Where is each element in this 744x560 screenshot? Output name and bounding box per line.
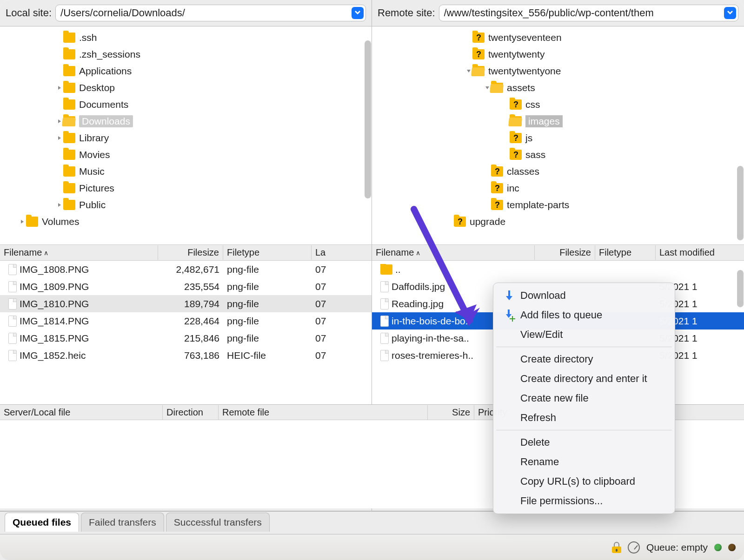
- menu-item-rename[interactable]: Rename: [493, 452, 675, 472]
- file-row[interactable]: IMG_1808.PNG2,482,671png-file07: [0, 261, 372, 278]
- tab-queued-files[interactable]: Queued files: [5, 513, 79, 532]
- menu-item-label: Create directory and enter it: [520, 373, 647, 385]
- local-path-input[interactable]: /Users/cornelia/Downloads/: [55, 5, 366, 21]
- file-row[interactable]: IMG_1815.PNG215,846png-file07: [0, 329, 372, 347]
- menu-item-copy-url-s-to-clipboard[interactable]: Copy URL(s) to clipboard: [493, 472, 675, 491]
- file-modified: 07: [312, 281, 349, 292]
- tree-item-label: Applications: [79, 66, 132, 77]
- tree-item[interactable]: Pictures: [0, 180, 372, 197]
- remote-path-input[interactable]: /www/testingsitex_556/public/wp-content/…: [439, 5, 739, 21]
- folder-unknown-icon: [491, 200, 503, 210]
- tab-failed-transfers[interactable]: Failed transfers: [81, 513, 164, 532]
- chevron-right-icon[interactable]: [56, 134, 63, 142]
- folder-icon: [380, 264, 392, 275]
- tree-item[interactable]: twentytwentyone: [372, 63, 744, 79]
- file-row[interactable]: IMG_1810.PNG189,794png-file07: [0, 295, 372, 312]
- menu-item-view-edit[interactable]: View/Edit: [493, 325, 675, 344]
- file-row[interactable]: ..: [372, 261, 744, 278]
- menu-item-refresh[interactable]: Refresh: [493, 408, 675, 428]
- tree-item[interactable]: Desktop: [0, 79, 372, 96]
- local-tree[interactable]: .ssh.zsh_sessionsApplicationsDesktopDocu…: [0, 26, 372, 245]
- file-type: png-file: [223, 264, 312, 275]
- remote-path-bar: Remote site: /www/testingsitex_556/publi…: [372, 0, 744, 26]
- remote-file-scrollbar[interactable]: [737, 270, 744, 307]
- queue-column-header[interactable]: Direction: [163, 405, 219, 420]
- queue-column-header[interactable]: Server/Local file: [0, 405, 163, 420]
- tab-successful-transfers[interactable]: Successful transfers: [166, 513, 270, 532]
- chevron-right-icon[interactable]: [19, 218, 26, 225]
- tree-item[interactable]: js: [372, 130, 744, 146]
- remote-path-value[interactable]: /www/testingsitex_556/public/wp-content/…: [444, 7, 724, 19]
- file-icon: [380, 350, 389, 361]
- file-modified: 07: [312, 298, 349, 310]
- chevron-right-icon[interactable]: [56, 84, 63, 92]
- tree-item[interactable]: Downloads: [0, 113, 372, 130]
- tree-item[interactable]: Volumes: [0, 213, 372, 230]
- tree-item[interactable]: Documents: [0, 96, 372, 113]
- tree-item[interactable]: .ssh: [0, 29, 372, 46]
- folder-icon: [63, 133, 75, 143]
- folder-unknown-icon: [510, 150, 522, 160]
- disclosure-placeholder: [484, 184, 491, 192]
- tree-item-label: js: [525, 132, 532, 144]
- menu-item-create-directory[interactable]: Create directory: [493, 349, 675, 369]
- tree-item[interactable]: images: [372, 113, 744, 130]
- tree-item[interactable]: assets: [372, 79, 744, 96]
- menu-item-create-directory-and-enter-it[interactable]: Create directory and enter it: [493, 369, 675, 389]
- queue-column-header[interactable]: Remote file: [219, 405, 428, 420]
- tree-item[interactable]: Library: [0, 130, 372, 146]
- local-path-value[interactable]: /Users/cornelia/Downloads/: [60, 7, 352, 19]
- column-header[interactable]: Filename ∧: [0, 245, 158, 260]
- remote-tree-scrollbar[interactable]: [737, 166, 744, 240]
- tree-item[interactable]: classes: [372, 163, 744, 180]
- disclosure-placeholder: [484, 168, 491, 175]
- disclosure-placeholder: [56, 184, 63, 192]
- tree-item[interactable]: twentytwenty: [372, 46, 744, 63]
- local-file-header[interactable]: Filename ∧FilesizeFiletypeLa: [0, 245, 372, 261]
- menu-item-file-permissions[interactable]: File permissions...: [493, 491, 675, 511]
- file-row[interactable]: IMG_1852.heic763,186HEIC-file07: [0, 347, 372, 364]
- column-header[interactable]: Filetype: [223, 245, 312, 260]
- tree-item[interactable]: Movies: [0, 146, 372, 163]
- column-header[interactable]: Filesize: [158, 245, 223, 260]
- remote-tree[interactable]: twentyseventeentwentytwentytwentytwentyo…: [372, 26, 744, 245]
- menu-item-create-new-file[interactable]: Create new file: [493, 389, 675, 408]
- chevron-right-icon[interactable]: [56, 201, 63, 209]
- add-to-queue-icon: [504, 310, 515, 321]
- tree-item[interactable]: .zsh_sessions: [0, 46, 372, 63]
- menu-separator: [496, 430, 672, 430]
- local-tree-scrollbar[interactable]: [365, 40, 371, 198]
- column-header[interactable]: Filetype: [595, 245, 656, 260]
- menu-item-add-files-to-queue[interactable]: Add files to queue: [493, 305, 675, 325]
- disclosure-placeholder: [56, 51, 63, 58]
- remote-path-dropdown[interactable]: [724, 7, 736, 19]
- tree-item[interactable]: Music: [0, 163, 372, 180]
- tree-item[interactable]: sass: [372, 146, 744, 163]
- file-icon: [8, 264, 17, 275]
- tree-item[interactable]: twentyseventeen: [372, 29, 744, 46]
- tree-item[interactable]: Applications: [0, 63, 372, 79]
- context-menu[interactable]: DownloadAdd files to queueView/EditCreat…: [493, 283, 675, 514]
- file-name: in-the-bois-de-bo..: [392, 316, 471, 327]
- column-header[interactable]: Filesize: [535, 245, 595, 260]
- queue-column-header[interactable]: Size: [428, 405, 474, 420]
- menu-item-delete[interactable]: Delete: [493, 433, 675, 452]
- tree-item[interactable]: template-parts: [372, 197, 744, 213]
- column-header[interactable]: La: [312, 245, 349, 260]
- tree-item[interactable]: upgrade: [372, 213, 744, 230]
- column-header[interactable]: Filename ∧: [372, 245, 535, 260]
- folder-icon: [63, 99, 75, 110]
- tree-item[interactable]: Public: [0, 197, 372, 213]
- local-path-dropdown[interactable]: [352, 7, 364, 19]
- gauge-icon[interactable]: [628, 541, 640, 553]
- tree-item[interactable]: inc: [372, 180, 744, 197]
- remote-file-header[interactable]: Filename ∧FilesizeFiletypeLast modified: [372, 245, 744, 261]
- file-row[interactable]: IMG_1809.PNG235,554png-file07: [0, 278, 372, 295]
- file-name: ..: [395, 264, 401, 275]
- folder-icon: [63, 83, 75, 93]
- file-row[interactable]: IMG_1814.PNG228,464png-file07: [0, 312, 372, 329]
- menu-item-download[interactable]: Download: [493, 286, 675, 305]
- column-header[interactable]: Last modified: [656, 245, 730, 260]
- tree-item[interactable]: css: [372, 96, 744, 113]
- lock-icon[interactable]: [612, 542, 621, 553]
